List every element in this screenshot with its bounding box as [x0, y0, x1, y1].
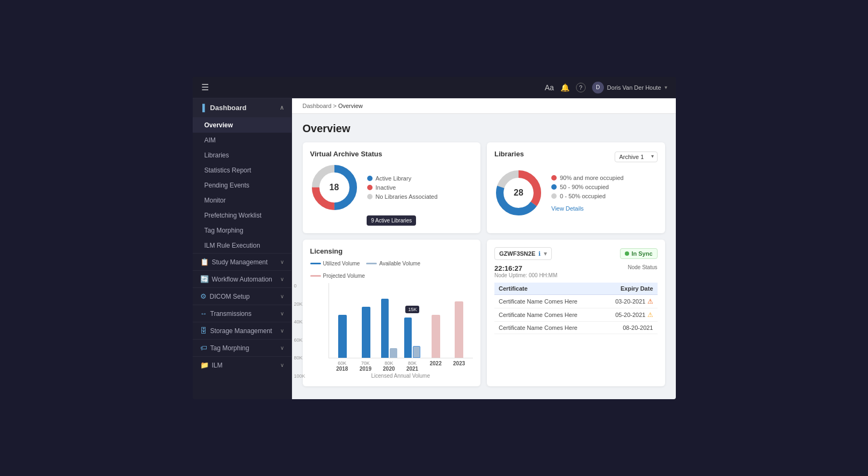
bar-group-2023 — [448, 301, 471, 358]
libraries-card: Libraries Archive 1 Archive 2 Archive 3 — [487, 142, 665, 233]
bar-chart-area: 15K — [329, 283, 473, 358]
sidebar-study-management[interactable]: 📋Study Management ∨ — [193, 253, 291, 270]
sidebar: ▐ Dashboard ∧ Overview AIM Libraries Sta… — [193, 98, 292, 399]
help-icon[interactable]: ? — [576, 83, 586, 92]
bar-group-2019 — [354, 307, 377, 358]
x-labels: 60K 2018 70K 2019 80K 2020 — [329, 360, 473, 372]
legend-available-dot — [366, 263, 377, 264]
x-label-2023: 2023 — [447, 360, 471, 372]
y-label-100k: 100K — [294, 373, 305, 379]
view-details-link[interactable]: View Details — [551, 205, 624, 212]
node-id: GZWF3SN2E — [499, 250, 535, 257]
sidebar-item-pending-events[interactable]: Pending Events — [193, 178, 291, 193]
bar-2020-avail — [390, 348, 397, 358]
y-label-60k: 60K — [294, 337, 305, 343]
page-title: Overview — [303, 122, 665, 135]
dashboard-icon: ▐ — [200, 104, 205, 112]
sidebar-storage-management[interactable]: 🗄Storage Management ∨ — [193, 322, 291, 339]
bar-2021-tooltip: 15K — [405, 306, 419, 313]
sidebar-item-monitor[interactable]: Monitor — [193, 193, 291, 208]
x-label-2021: 80K 2021 — [400, 360, 424, 372]
licensing-title: Licensing — [310, 247, 473, 255]
status-dot — [625, 251, 629, 256]
legend-projected: Projected Volume — [310, 273, 365, 279]
sidebar-item-aim[interactable]: AIM — [193, 133, 291, 148]
font-size-button[interactable]: Aa — [545, 83, 554, 92]
sidebar-item-libraries[interactable]: Libraries — [193, 148, 291, 163]
node-info-icon[interactable]: ℹ — [538, 250, 541, 257]
user-avatar: D — [592, 82, 604, 93]
node-time: 22:16:27 — [494, 264, 557, 272]
transmissions-chevron: ∨ — [280, 311, 284, 316]
ilm-icon: 📁 — [200, 361, 209, 369]
sidebar-item-overview[interactable]: Overview — [193, 118, 291, 133]
sidebar-item-ilm-rule-execution[interactable]: ILM Rule Execution — [193, 238, 291, 253]
archive-dropdown[interactable]: Archive 1 Archive 2 Archive 3 — [615, 152, 658, 162]
sidebar-item-statistics-report[interactable]: Statistics Report — [193, 163, 291, 178]
breadcrumb-home[interactable]: Dashboard — [303, 103, 332, 109]
virtual-archive-card: Virtual Archive Status — [303, 142, 481, 233]
main-layout: ▐ Dashboard ∧ Overview AIM Libraries Sta… — [193, 98, 676, 399]
x-label-2020: 80K 2020 — [377, 360, 401, 372]
sidebar-transmissions[interactable]: ↔Transmissions ∨ — [193, 305, 291, 322]
legend-active-label: Active Library — [376, 175, 412, 182]
legend-90plus-label: 90% and more occupied — [560, 175, 624, 181]
dashboard-grid: Virtual Archive Status — [303, 142, 665, 386]
transmissions-icon: ↔ — [200, 309, 207, 318]
workflow-label: Workflow Automation — [212, 276, 273, 283]
storage-label: Storage Management — [210, 327, 272, 335]
virtual-archive-title: Virtual Archive Status — [310, 150, 473, 158]
cert-date-col-header: Expiry Date — [601, 283, 657, 295]
sidebar-workflow-automation[interactable]: 🔄Workflow Automation ∨ — [193, 270, 291, 287]
notifications-icon[interactable]: 🔔 — [560, 83, 570, 92]
legend-50-90: 50 - 90% occupied — [551, 184, 624, 190]
legend-dot-0-50 — [551, 193, 557, 199]
workflow-chevron: ∨ — [280, 276, 284, 282]
node-status-badge: In Sync — [620, 248, 657, 259]
ilm-label: ILM — [212, 362, 223, 369]
sidebar-item-prefetching-worklist[interactable]: Prefetching Worklist — [193, 208, 291, 223]
breadcrumb: Dashboard > Overview — [292, 98, 676, 114]
legend-90plus: 90% and more occupied — [551, 175, 624, 181]
study-management-icon: 📋 — [200, 258, 209, 266]
legend-no-libraries: No Libraries Associated — [367, 193, 438, 200]
legend-dot-90plus — [551, 175, 557, 181]
warn-icon-yellow-2: ⚠ — [647, 311, 653, 319]
hamburger-icon[interactable]: ☰ — [201, 82, 209, 92]
user-menu[interactable]: D Doris Van Der Houte ▾ — [592, 82, 667, 93]
cert-date-3: 08-20-2021 — [601, 322, 657, 334]
sidebar-dashboard-header[interactable]: ▐ Dashboard ∧ — [193, 98, 291, 118]
content-area: Dashboard > Overview Overview Virtual Ar… — [292, 98, 676, 399]
warn-icon-red-1: ⚠ — [647, 298, 653, 305]
y-label-80k: 80K — [294, 355, 305, 360]
bar-2021-avail — [413, 346, 420, 358]
y-label-20k: 20K — [294, 301, 305, 307]
legend-utilized: Utilized Volume — [310, 261, 360, 266]
tag-morphing-icon: 🏷 — [200, 344, 207, 352]
sidebar-tag-morphing[interactable]: 🏷Tag Morphing ∨ — [193, 339, 291, 356]
x-label-2019: 70K 2019 — [354, 360, 377, 372]
libraries-center-value: 28 — [514, 188, 523, 198]
legend-active-library: Active Library — [367, 175, 438, 182]
sidebar-dashboard-chevron: ∧ — [280, 104, 284, 111]
bar-2022-proj — [432, 315, 440, 358]
cert-col-header: Certificate — [494, 283, 601, 295]
breadcrumb-current: Overview — [338, 103, 363, 109]
active-libraries-tooltip: 9 Active Libraries — [367, 215, 416, 226]
bar-chart-wrapper: 100K 80K 60K 40K 20K 0 — [310, 283, 473, 379]
sidebar-item-tag-morphing[interactable]: Tag Morphing — [193, 223, 291, 238]
legend-50-90-label: 50 - 90% occupied — [560, 184, 609, 190]
licensing-card: Licensing Utilized Volume Available Volu… — [303, 240, 481, 386]
node-uptime: Node Uptime: 000 HH:MM — [494, 272, 557, 278]
ilm-chevron: ∨ — [280, 362, 284, 368]
node-selector[interactable]: GZWF3SN2E ℹ ▾ — [494, 247, 552, 260]
sidebar-dicom-setup[interactable]: ⚙DICOM Setup ∨ — [193, 287, 291, 305]
sidebar-ilm[interactable]: 📁ILM ∨ — [193, 356, 291, 373]
cert-name-1: Certificate Name Comes Here — [494, 295, 601, 308]
bar-group-2018 — [331, 315, 354, 358]
node-status-sub: Node Status — [628, 264, 657, 270]
user-chevron: ▾ — [665, 84, 667, 90]
libraries-legend: 90% and more occupied 50 - 90% occupied … — [551, 175, 624, 212]
virtual-archive-legend: Active Library Inactive No Libraries Ass… — [367, 175, 438, 200]
bar-2019-util — [362, 307, 370, 358]
